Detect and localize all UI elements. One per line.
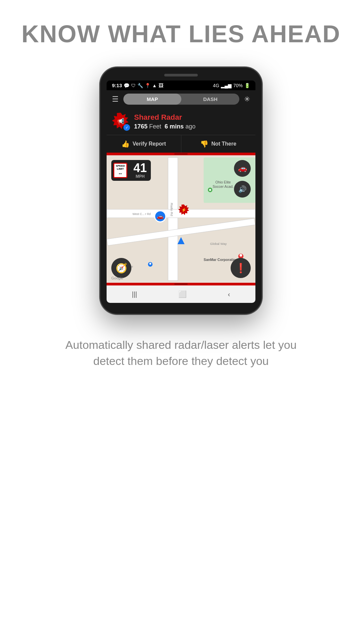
- alert-icon-wrap: 📢 ✓: [112, 113, 129, 130]
- not-there-label: Not There: [211, 141, 236, 147]
- speed-unit: MPH: [133, 174, 147, 179]
- top-nav: ☰ MAP DASH ✳: [107, 90, 255, 108]
- image-icon: 🖼: [159, 83, 163, 88]
- thumbs-down-icon: 👎: [200, 140, 208, 148]
- phone-speaker: [164, 74, 198, 76]
- alert-distance: 1765: [134, 123, 147, 130]
- shield-icon: 🛡: [131, 83, 136, 88]
- car-icon: 🚗: [157, 213, 164, 220]
- radar-map-icon: ⚡: [181, 208, 186, 212]
- speed-limit-dashes: --: [115, 171, 126, 176]
- exclamation-icon: ❗: [235, 263, 247, 274]
- location-icon: 📍: [145, 83, 150, 88]
- phone-bottom: [107, 303, 255, 308]
- map-area[interactable]: Ohio Elite Soccer Acad. Rialto Rd West C…: [107, 155, 255, 283]
- thumbs-up-icon: 👍: [121, 140, 130, 148]
- speed-value: 41: [133, 162, 147, 174]
- red-bar-top: [107, 153, 255, 155]
- verify-report-button[interactable]: 👍 Verify Report: [107, 135, 181, 153]
- speed-display: SPEED LIMIT -- 41 MPH: [111, 160, 151, 181]
- traffic-icon: 🚗: [238, 164, 247, 173]
- footer-description: Automatically shared radar/laser alerts …: [64, 337, 298, 369]
- action-buttons: 👍 Verify Report 👎 Not There: [107, 135, 255, 153]
- alert-text: Shared Radar 1765 Feet 6 mins ago: [134, 113, 250, 130]
- bottom-nav-bar: ||| ⬜ ‹: [107, 285, 255, 303]
- google-watermark: Google: [111, 276, 123, 280]
- status-time: 9:13: [112, 83, 122, 88]
- home-button[interactable]: ⬜: [178, 290, 187, 298]
- battery-level: 70%: [233, 83, 243, 88]
- alert-card: 📢 ✓ Shared Radar 1765 Feet 6 mins ago: [107, 108, 255, 135]
- radar-map-marker: ⚡: [178, 204, 190, 216]
- status-right: 4G ▂▄▆ 70% 🔋: [213, 83, 250, 88]
- sound-button[interactable]: 🔊: [234, 181, 251, 198]
- verified-badge: ✓: [123, 124, 130, 131]
- svg-text:Soccer Acad.: Soccer Acad.: [213, 184, 234, 189]
- back-button[interactable]: ‹: [228, 290, 230, 298]
- message-icon: 💬: [124, 83, 129, 88]
- alert-report-button[interactable]: ❗: [231, 258, 251, 278]
- status-left: 9:13 💬 🛡 🔧 📍 ▲ 🖼: [112, 83, 163, 88]
- svg-rect-4: [168, 158, 178, 281]
- signal-bars: ▂▄▆: [221, 83, 232, 88]
- network-type: 4G: [213, 83, 219, 88]
- drag-handle: [174, 153, 188, 155]
- svg-text:West C... r Rd: West C... r Rd: [132, 212, 150, 216]
- radar-map-burst: ⚡: [178, 204, 190, 216]
- radar-inner: 📢: [117, 118, 124, 125]
- verify-report-label: Verify Report: [132, 141, 166, 147]
- red-bar-bottom: [107, 283, 255, 285]
- speed-value-wrap: 41 MPH: [129, 160, 151, 181]
- svg-text:Ohio Elite: Ohio Elite: [215, 180, 231, 184]
- menu-button[interactable]: ☰: [112, 95, 119, 104]
- drag-handle-bottom: [174, 283, 188, 285]
- status-bar: 9:13 💬 🛡 🔧 📍 ▲ 🖼 4G ▂▄▆ 70% 🔋: [107, 80, 255, 90]
- compass-button[interactable]: 🧭: [111, 258, 131, 278]
- svg-point-15: [149, 263, 151, 265]
- svg-text:Rialto Rd: Rialto Rd: [170, 203, 174, 216]
- tab-map[interactable]: MAP: [123, 94, 181, 105]
- phone-screen: 9:13 💬 🛡 🔧 📍 ▲ 🖼 4G ▂▄▆ 70% 🔋 ☰ MAP DASH: [107, 80, 255, 303]
- car-marker: 🚗: [154, 210, 166, 222]
- svg-point-17: [209, 189, 211, 191]
- svg-text:Global Way: Global Way: [210, 242, 227, 246]
- alert-time: 6 mins: [165, 123, 184, 130]
- sound-icon: 🔊: [238, 185, 247, 193]
- speed-limit-text2: LIMIT: [115, 168, 126, 171]
- alert-title: Shared Radar: [134, 113, 250, 122]
- tab-dash[interactable]: DASH: [181, 94, 239, 105]
- page-headline: KNOW WHAT LIES AHEAD: [21, 20, 341, 48]
- recent-apps-button[interactable]: |||: [132, 290, 137, 298]
- speed-limit-sign: SPEED LIMIT --: [113, 163, 127, 178]
- alert-detail: 1765 Feet 6 mins ago: [134, 123, 250, 130]
- triangle-icon: ▲: [152, 83, 157, 88]
- car-circle: 🚗: [154, 210, 166, 222]
- compass-icon: 🧭: [116, 263, 127, 274]
- svg-point-13: [240, 254, 242, 257]
- nav-tab-group: MAP DASH: [123, 94, 239, 105]
- traffic-button[interactable]: 🚗: [234, 160, 251, 177]
- bluetooth-icon[interactable]: ✳: [244, 95, 250, 104]
- battery-icon: 🔋: [244, 83, 250, 88]
- not-there-button[interactable]: 👎 Not There: [181, 135, 256, 153]
- phone-mockup: 9:13 💬 🛡 🔧 📍 ▲ 🖼 4G ▂▄▆ 70% 🔋 ☰ MAP DASH: [101, 68, 261, 314]
- navigation-arrow: ▲: [175, 233, 187, 247]
- wrench-icon: 🔧: [137, 83, 143, 88]
